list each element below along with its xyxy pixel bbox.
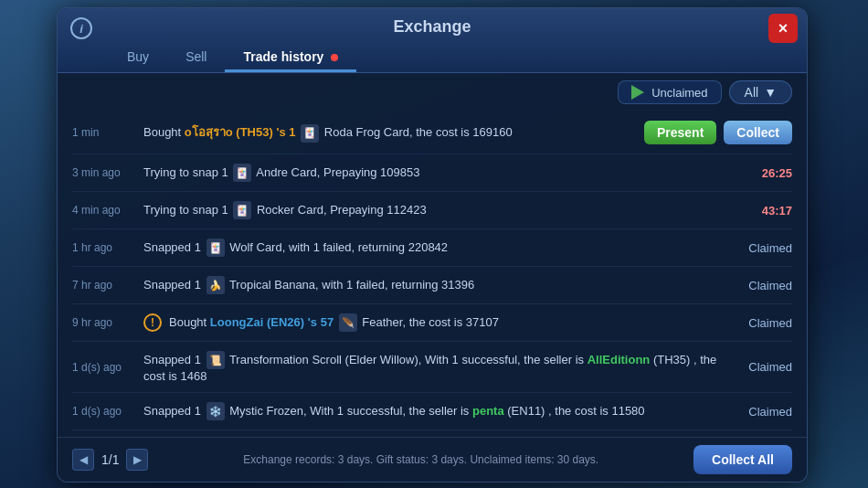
trade-timer: 26:25 xyxy=(762,166,792,180)
collect-all-button[interactable]: Collect All xyxy=(693,445,792,474)
page-indicator: 1/1 xyxy=(101,452,119,467)
tab-buy[interactable]: Buy xyxy=(109,42,167,72)
tab-bar: Buy Sell Trade history xyxy=(72,42,792,72)
table-row: 9 hr ago ! Bought LoongZai (EN26) 's 57 … xyxy=(72,304,792,342)
next-page-button[interactable]: ▶ xyxy=(126,449,148,471)
trade-time: 3 min ago xyxy=(72,166,136,179)
item-icon: 📜 xyxy=(206,351,225,369)
tab-sell[interactable]: Sell xyxy=(167,42,225,72)
table-row: 1 hr ago Snapped 1 🃏 Wolf Card, with 1 f… xyxy=(72,229,792,267)
table-row: 1 min Bought oโอสุราo (TH53) 's 1 🃏 Roda… xyxy=(72,111,792,154)
filter-all-button[interactable]: All ▼ xyxy=(729,80,792,104)
table-row: 1 d(s) ago Snapped 1 ❄️ Mystic Frozen, W… xyxy=(72,393,792,430)
trade-time: 1 hr ago xyxy=(72,241,136,254)
chevron-down-icon: ▼ xyxy=(764,85,777,100)
trade-status: Claimed xyxy=(748,360,792,374)
item-icon: 🃏 xyxy=(206,239,225,257)
collect-button[interactable]: Collect xyxy=(724,121,792,144)
trade-time: 1 d(s) ago xyxy=(72,361,136,374)
trade-timer: 43:17 xyxy=(762,204,792,217)
dialog-title: Exchange xyxy=(72,17,792,42)
trade-status: Claimed xyxy=(748,279,792,292)
alert-icon: ! xyxy=(143,313,162,332)
trade-status: Claimed xyxy=(748,316,792,330)
footer-info-text: Exchange records: 3 days. Gift status: 3… xyxy=(159,453,683,466)
info-icon: i xyxy=(70,17,92,39)
item-icon: ❄️ xyxy=(206,402,225,420)
trade-text: Trying to snap 1 🃏 Andre Card, Prepaying… xyxy=(143,164,755,182)
filter-row: Unclaimed All ▼ xyxy=(58,73,807,111)
tab-trade-history[interactable]: Trade history xyxy=(225,42,356,72)
trade-text: Bought LoongZai (EN26) 's 57 🪶 Feather, … xyxy=(169,313,741,332)
trade-status: Claimed xyxy=(748,405,792,419)
trade-text: Bought oโอสุราo (TH53) 's 1 🃏 Roda Frog … xyxy=(143,122,637,143)
item-icon: 🃏 xyxy=(301,124,319,143)
table-row: 1 d(s) ago Snapped 1 📜 Transformation Sc… xyxy=(72,342,792,393)
trade-text: Trying to snap 1 🃏 Rocker Card, Prepayin… xyxy=(143,201,755,219)
notification-dot xyxy=(331,54,338,61)
item-icon: 🃏 xyxy=(233,164,251,182)
table-row: 4 min ago Trying to snap 1 🃏 Rocker Card… xyxy=(72,192,792,229)
trade-text: Snapped 1 📜 Transformation Scroll (Elder… xyxy=(143,351,741,383)
table-row: 7 hr ago Snapped 1 🍌 Tropical Banana, wi… xyxy=(72,267,792,304)
item-icon: 🃏 xyxy=(233,201,251,219)
trade-list: 1 min Bought oโอสุราo (TH53) 's 1 🃏 Roda… xyxy=(58,111,807,437)
unclaimed-button[interactable]: Unclaimed xyxy=(618,80,721,104)
trade-time: 7 hr ago xyxy=(72,279,136,292)
close-button[interactable]: × xyxy=(768,14,798,43)
page-navigation: ◀ 1/1 ▶ xyxy=(72,449,148,471)
table-row: 3 min ago Trying to snap 1 🃏 Andre Card,… xyxy=(72,154,792,192)
item-icon: 🪶 xyxy=(339,313,357,332)
trade-text: Snapped 1 🍌 Tropical Banana, with 1 fail… xyxy=(143,276,741,294)
present-button[interactable]: Present xyxy=(644,121,716,144)
trade-time: 1 d(s) ago xyxy=(72,405,136,418)
play-arrow-icon xyxy=(631,85,644,100)
trade-text: Snapped 1 🃏 Wolf Card, with 1 failed, re… xyxy=(143,239,741,257)
item-icon: 🍌 xyxy=(206,276,225,294)
trade-text: Snapped 1 ❄️ Mystic Frozen, With 1 succe… xyxy=(143,402,741,420)
prev-page-button[interactable]: ◀ xyxy=(72,449,94,471)
trade-status: Claimed xyxy=(748,241,792,255)
dialog-header: i Exchange × Buy Sell Trade history xyxy=(58,8,807,73)
dialog-footer: ◀ 1/1 ▶ Exchange records: 3 days. Gift s… xyxy=(58,437,807,482)
trade-time: 9 hr ago xyxy=(72,316,136,329)
trade-time: 1 min xyxy=(72,126,136,139)
trade-time: 4 min ago xyxy=(72,204,136,217)
exchange-dialog: i Exchange × Buy Sell Trade history Uncl… xyxy=(57,7,808,483)
